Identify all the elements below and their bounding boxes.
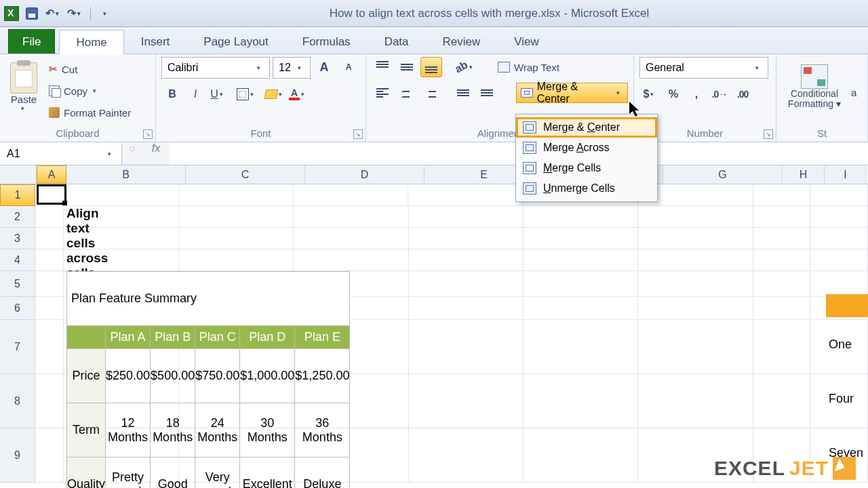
cut-button[interactable]: ✂ Cut [46, 60, 134, 79]
bold-button[interactable]: B [161, 84, 183, 104]
currency-button[interactable]: $▾ [639, 84, 661, 104]
font-color-button[interactable]: A ▾ [288, 84, 309, 104]
cell[interactable] [810, 228, 868, 249]
decrease-decimal-button[interactable]: .00 [732, 84, 753, 104]
cell[interactable] [524, 228, 638, 249]
percent-button[interactable]: % [663, 84, 684, 104]
clipboard-launcher[interactable]: ↘ [143, 129, 153, 139]
cell[interactable] [810, 184, 868, 206]
cell[interactable] [179, 228, 294, 249]
col-A[interactable]: A [37, 165, 66, 184]
cell[interactable] [810, 249, 868, 271]
row-9[interactable]: 9 [0, 428, 35, 483]
decrease-font-button[interactable]: A [338, 57, 359, 77]
underline-button[interactable]: U▾ [208, 84, 229, 104]
tab-home[interactable]: Home [59, 30, 123, 54]
cell[interactable] [35, 184, 64, 206]
cell[interactable] [408, 184, 523, 206]
menu-merge-across[interactable]: Merge Across [516, 138, 657, 158]
tab-page-layout[interactable]: Page Layout [186, 29, 285, 54]
conditional-formatting-button[interactable]: ConditionalFormatting ▾ [782, 57, 847, 117]
cell[interactable] [409, 206, 524, 228]
paste-button[interactable]: Paste ▾ [5, 57, 42, 117]
cell[interactable] [294, 206, 408, 228]
cell[interactable] [524, 428, 638, 483]
row-2[interactable]: 2 [0, 206, 35, 228]
col-C[interactable]: C [186, 165, 305, 184]
cell[interactable] [524, 206, 638, 228]
col-D[interactable]: D [305, 165, 425, 184]
cell[interactable] [753, 374, 811, 428]
cell[interactable] [753, 184, 811, 206]
cell[interactable] [810, 271, 868, 297]
increase-font-button[interactable]: A [313, 57, 335, 77]
cell[interactable] [409, 271, 524, 297]
cell[interactable] [409, 428, 524, 483]
cell[interactable] [35, 249, 64, 271]
row-8[interactable]: 8 [0, 374, 35, 428]
cell[interactable] [753, 249, 811, 271]
row-6[interactable]: 6 [0, 297, 35, 320]
font-size-combo[interactable]: 12▾ [273, 57, 311, 79]
cell[interactable] [179, 249, 294, 271]
cell[interactable] [638, 374, 753, 428]
cell[interactable] [638, 206, 753, 228]
cell[interactable] [35, 320, 64, 374]
cell[interactable] [294, 249, 408, 271]
cell[interactable] [753, 206, 811, 228]
align-right-button[interactable] [419, 83, 440, 103]
number-launcher[interactable]: ↘ [764, 129, 773, 139]
cell[interactable] [753, 297, 811, 320]
cell[interactable] [409, 297, 524, 320]
row-1[interactable]: 1 [0, 184, 35, 206]
cell[interactable] [638, 271, 753, 297]
cell[interactable] [638, 228, 753, 249]
tab-data[interactable]: Data [368, 29, 426, 54]
menu-unmerge-cells[interactable]: Unmerge Cells [516, 178, 657, 199]
name-box[interactable]: A1 ▾ [0, 142, 122, 165]
middle-align-button[interactable] [396, 57, 418, 77]
tab-insert[interactable]: Insert [124, 29, 187, 54]
undo-button[interactable]: ↶▾ [45, 5, 62, 22]
increase-indent-button[interactable] [477, 83, 498, 103]
cell[interactable] [294, 228, 408, 249]
cell[interactable] [524, 249, 638, 271]
italic-button[interactable]: I [184, 84, 206, 104]
cell[interactable] [753, 228, 811, 249]
row-4[interactable]: 4 [0, 249, 35, 271]
merge-center-button[interactable]: Merge & Center ▾ [516, 83, 628, 103]
increase-decimal-button[interactable]: .0→ [709, 84, 730, 104]
cell[interactable] [638, 297, 753, 320]
cell[interactable] [35, 206, 64, 228]
cancel-button[interactable]: ○ [122, 142, 142, 165]
fill-color-button[interactable]: ▾ [264, 84, 286, 104]
borders-button[interactable]: ▾ [236, 84, 258, 104]
cell[interactable] [524, 297, 638, 320]
col-I[interactable]: I [825, 165, 867, 184]
cell[interactable] [753, 271, 811, 297]
format-painter-button[interactable]: Format Painter [46, 103, 134, 122]
row-3[interactable]: 3 [0, 228, 35, 249]
col-G[interactable]: G [663, 165, 783, 184]
cell[interactable] [35, 271, 64, 297]
font-name-combo[interactable]: Calibri▾ [161, 57, 270, 79]
cell[interactable] [35, 374, 64, 428]
cell[interactable] [810, 206, 868, 228]
cell[interactable] [179, 206, 294, 228]
decrease-indent-button[interactable] [452, 83, 473, 103]
cell[interactable] [409, 228, 524, 249]
comma-button[interactable]: , [686, 84, 707, 104]
align-left-button[interactable] [372, 83, 393, 103]
cell[interactable] [638, 249, 753, 271]
cell[interactable] [64, 184, 178, 206]
cell[interactable] [524, 271, 638, 297]
menu-merge-cells[interactable]: Merge Cells [516, 158, 657, 178]
top-align-button[interactable] [372, 57, 393, 77]
orientation-button[interactable]: ab▾ [454, 57, 476, 77]
bottom-align-button[interactable] [420, 57, 442, 77]
tab-review[interactable]: Review [426, 29, 498, 54]
row-7[interactable]: 7 [0, 320, 35, 374]
cell[interactable] [524, 374, 638, 428]
cell[interactable] [638, 320, 753, 374]
cell[interactable] [179, 184, 294, 206]
